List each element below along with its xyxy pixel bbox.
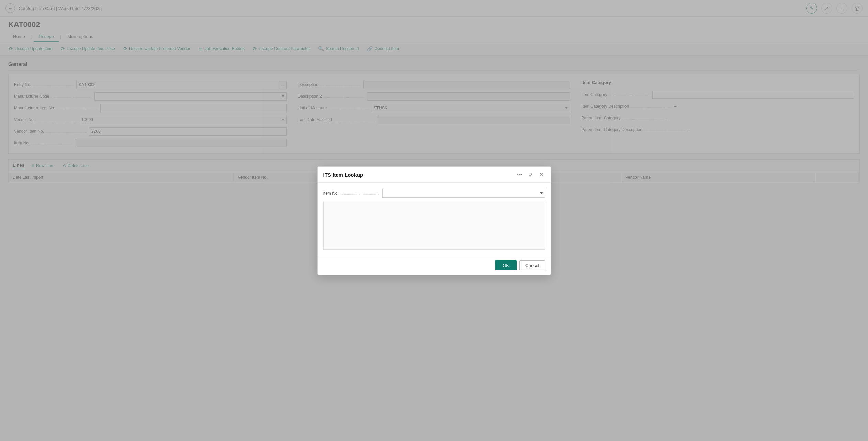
dialog-close-button[interactable]: ✕ bbox=[538, 171, 545, 179]
its-item-lookup-dialog: ITS Item Lookup ••• ⤢ ✕ Item No. OK Canc… bbox=[317, 166, 551, 275]
dialog-cancel-button[interactable]: Cancel bbox=[519, 260, 545, 270]
dialog-ok-button[interactable]: OK bbox=[495, 260, 517, 270]
dialog-expand-icon[interactable]: ⤢ bbox=[527, 171, 534, 179]
dialog-overlay: ITS Item Lookup ••• ⤢ ✕ Item No. OK Canc… bbox=[0, 0, 868, 441]
dialog-header: ITS Item Lookup ••• ⤢ ✕ bbox=[318, 167, 551, 183]
dialog-item-no-label: Item No. bbox=[323, 191, 380, 196]
dialog-content-area bbox=[323, 202, 545, 250]
dialog-title: ITS Item Lookup bbox=[323, 172, 512, 178]
dialog-form-row-item-no: Item No. bbox=[323, 189, 545, 198]
dialog-footer: OK Cancel bbox=[318, 256, 551, 275]
dialog-more-options-icon[interactable]: ••• bbox=[515, 171, 524, 178]
dialog-item-no-select[interactable] bbox=[382, 189, 545, 198]
dialog-body: Item No. bbox=[318, 183, 551, 256]
